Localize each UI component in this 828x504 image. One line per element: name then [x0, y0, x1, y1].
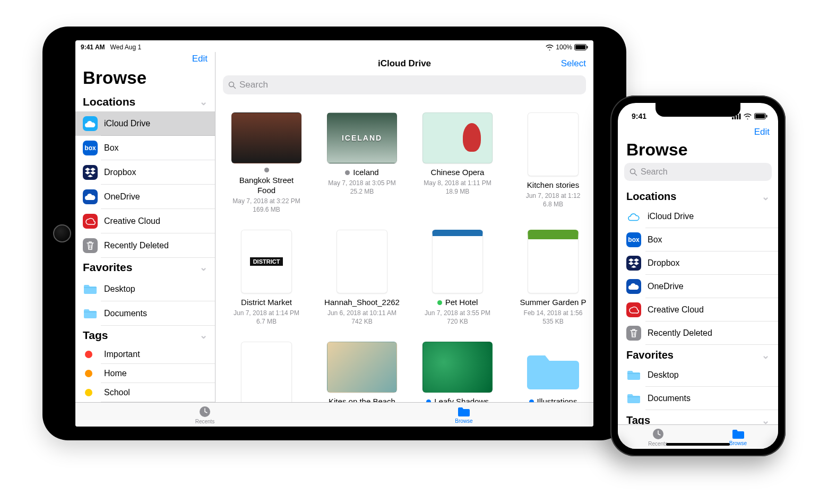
- section-header-locations[interactable]: Locations ⌄: [618, 186, 778, 205]
- item-label: OneDrive: [104, 192, 140, 202]
- dropbox-icon: [83, 165, 98, 180]
- search-icon: [228, 81, 236, 89]
- tags-label: Tags: [83, 329, 108, 342]
- location-item[interactable]: Documents: [618, 387, 778, 410]
- edit-button[interactable]: Edit: [192, 54, 208, 64]
- file-name: Hannah_Shoot_2262: [327, 298, 397, 308]
- file-tile[interactable]: Bangkok Street FoodMay 7, 2018 at 3:22 P…: [231, 112, 301, 214]
- location-item[interactable]: iCloud Drive: [618, 205, 778, 228]
- tab-browse[interactable]: Browse: [334, 403, 593, 427]
- file-tile[interactable]: BudgetJun 6, 2018 at 9:49 AM179 KB: [231, 342, 301, 402]
- item-label: Recently Deleted: [104, 241, 169, 250]
- ipad-status-bar: 9:41 AM Wed Aug 1 100%: [75, 40, 593, 52]
- tab-recents-label: Recents: [648, 441, 668, 447]
- location-item[interactable]: Creative Cloud: [75, 209, 215, 233]
- item-label: iCloud Drive: [648, 212, 694, 221]
- chevron-down-icon: ⌄: [762, 191, 770, 203]
- location-item[interactable]: OneDrive: [75, 185, 215, 209]
- section-header-locations[interactable]: Locations ⌄: [75, 92, 215, 111]
- select-button[interactable]: Select: [561, 58, 586, 69]
- tag-item[interactable]: School: [75, 383, 215, 402]
- creativecloud-icon: [83, 214, 98, 229]
- item-label: Home: [104, 369, 127, 378]
- tab-recents-label: Recents: [195, 419, 215, 424]
- content-title: iCloud Drive: [378, 58, 431, 69]
- file-name: Illustrations: [518, 397, 588, 402]
- location-item[interactable]: boxBox: [75, 136, 215, 160]
- trash-icon: [83, 238, 98, 253]
- folder-thumbnail: [518, 342, 588, 393]
- iphone-notch: [656, 103, 740, 117]
- ipad-device: 9:41 AM Wed Aug 1 100% Edit Browse Locat…: [42, 27, 626, 440]
- favorites-label: Favorites: [83, 261, 132, 274]
- battery-icon: [574, 44, 588, 50]
- tags-label: Tags: [626, 414, 650, 424]
- file-tile[interactable]: Leafy ShadowsJun 4, 2018 at 10:50 AM125 …: [422, 342, 493, 402]
- file-tile[interactable]: Chinese OperaMay 8, 2018 at 1:11 PM18.9 …: [422, 112, 493, 214]
- location-item[interactable]: Desktop: [618, 363, 778, 387]
- file-meta: Feb 14, 2018 at 1:56535 KB: [518, 309, 588, 326]
- file-thumbnail: [327, 112, 397, 163]
- creativecloud-icon: [626, 302, 641, 317]
- svg-line-6: [234, 86, 236, 88]
- file-tile[interactable]: Kitchen storiesJun 7, 2018 at 1:126.8 MB: [518, 112, 588, 214]
- file-thumbnail: [241, 342, 292, 402]
- file-meta: May 7, 2018 at 3:22 PM169.6 MB: [231, 197, 301, 214]
- tab-recents[interactable]: Recents: [75, 403, 334, 427]
- svg-rect-1: [575, 45, 585, 49]
- section-header-favorites[interactable]: Favorites ⌄: [75, 258, 215, 277]
- file-thumbnail: [528, 230, 579, 293]
- section-header-tags[interactable]: Tags ⌄: [75, 326, 215, 345]
- file-tile[interactable]: Illustrations7 items: [518, 342, 588, 402]
- svg-rect-8: [732, 117, 734, 119]
- locations-label: Locations: [83, 95, 135, 108]
- location-item[interactable]: OneDrive: [618, 275, 778, 298]
- location-item[interactable]: Dropbox: [618, 251, 778, 275]
- svg-rect-14: [766, 115, 767, 118]
- search-field[interactable]: Search: [624, 163, 772, 181]
- location-item[interactable]: boxBox: [618, 228, 778, 251]
- file-grid: Bangkok Street FoodMay 7, 2018 at 3:22 P…: [215, 100, 593, 402]
- file-thumbnail: [432, 230, 483, 293]
- location-item[interactable]: iCloud Drive: [75, 111, 215, 136]
- location-item[interactable]: Creative Cloud: [618, 298, 778, 321]
- file-tile[interactable]: District MarketJun 7, 2018 at 1:14 PM6.7…: [231, 230, 301, 326]
- svg-rect-11: [739, 114, 741, 119]
- file-tile[interactable]: Hannah_Shoot_2262Jun 6, 2018 at 10:11 AM…: [327, 230, 397, 326]
- section-header-tags[interactable]: Tags ⌄: [618, 410, 778, 424]
- location-item[interactable]: Recently Deleted: [618, 321, 778, 345]
- file-thumbnail: [422, 112, 493, 163]
- file-name: Leafy Shadows: [422, 397, 493, 402]
- wifi-icon: [546, 45, 554, 50]
- location-item[interactable]: Documents: [75, 301, 215, 326]
- chevron-down-icon: ⌄: [762, 350, 770, 361]
- section-header-favorites[interactable]: Favorites ⌄: [618, 345, 778, 363]
- search-placeholder: Search: [239, 80, 268, 90]
- ipad-screen: 9:41 AM Wed Aug 1 100% Edit Browse Locat…: [75, 40, 593, 427]
- home-indicator[interactable]: [666, 443, 730, 446]
- tag-item[interactable]: Home: [75, 364, 215, 383]
- tag-dot-icon: [85, 370, 92, 377]
- status-dot-icon: [345, 170, 350, 175]
- onedrive-icon: [626, 279, 641, 294]
- location-item[interactable]: Desktop: [75, 277, 215, 301]
- file-tile[interactable]: Pet HotelJun 7, 2018 at 3:55 PM720 KB: [422, 230, 493, 326]
- item-label: Desktop: [648, 370, 679, 380]
- onedrive-icon: [83, 189, 98, 204]
- status-time: 9:41: [632, 112, 646, 120]
- wifi-icon: [744, 114, 752, 119]
- chevron-down-icon: ⌄: [200, 329, 208, 341]
- edit-button[interactable]: Edit: [754, 127, 770, 137]
- item-label: Desktop: [104, 284, 135, 294]
- file-tile[interactable]: Summer Garden PFeb 14, 2018 at 1:56535 K…: [518, 230, 588, 326]
- location-item[interactable]: Recently Deleted: [75, 233, 215, 258]
- file-tile[interactable]: IcelandMay 7, 2018 at 3:05 PM25.2 MB: [327, 112, 397, 214]
- tag-item[interactable]: Important: [75, 345, 215, 364]
- search-placeholder: Search: [641, 167, 668, 177]
- ipad-home-button[interactable]: [53, 224, 71, 242]
- folder-icon: [626, 368, 641, 383]
- file-tile[interactable]: Kites on the BeachJun 5, 2018 at 11:28 A…: [327, 342, 397, 402]
- search-field[interactable]: Search: [223, 75, 586, 94]
- location-item[interactable]: Dropbox: [75, 160, 215, 185]
- iphone-device: 9:41 Edit Browse Search Locations ⌄ iClo…: [610, 95, 786, 456]
